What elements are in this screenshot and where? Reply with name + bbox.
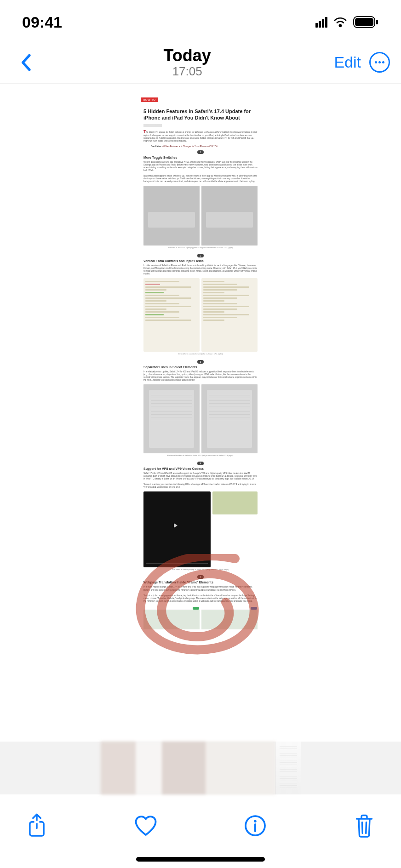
more-button[interactable] [369,52,390,73]
current-screenshot-thumb[interactable] [275,742,301,794]
section-3-p1: In a relatively minor update, Safari 17.… [141,371,260,382]
screenshot-image [143,606,200,629]
section-badge-4: 4 [197,462,204,465]
captured-webpage: HOW TO 5 Hidden Features in Safari's 17.… [141,92,260,769]
svg-rect-4 [34,821,40,823]
section-5-title: Webpage Translation Inside 'iframe' Elem… [141,581,260,584]
share-button[interactable] [22,811,52,840]
section-1-caption: Switches in Safari 17.4 (left) appear as… [141,246,260,251]
video-thumb [212,491,258,567]
section-2-caption: Vertical form controls before (left) vs.… [141,352,260,357]
byline [143,124,258,127]
code-image [143,278,200,352]
section-badge-2: 2 [197,254,204,257]
svg-point-6 [254,820,256,822]
adjacent-screenshot-thumb[interactable] [101,742,275,794]
favorite-button[interactable] [131,811,160,840]
home-indicator[interactable] [136,857,265,862]
status-indicators [315,16,379,28]
section-2-screenshots [141,278,260,352]
screenshot-image [201,606,258,629]
section-4-p1: Safari 17.4 for iOS and iPadOS also adds… [141,472,260,480]
wifi-icon [333,17,348,28]
section-2-title: Vertical Form Controls and Input Fields [141,259,260,263]
section-3-caption: Horizontal dividers in Select in Safari … [141,453,260,459]
nav-bar: Today 17:05 Edit [0,41,401,84]
section-1-screenshots [141,186,260,246]
status-bar: 09:41 [0,8,401,36]
info-button[interactable] [241,811,270,840]
svg-rect-2 [376,20,378,24]
page-title: Today [164,47,211,64]
clock: 09:41 [22,13,62,31]
svg-rect-1 [355,18,373,26]
thumbnail-strip[interactable] [0,742,401,794]
screenshot-viewer[interactable]: HOW TO 5 Hidden Features in Safari's 17.… [0,92,401,769]
screenshot-image [201,186,258,246]
bottom-toolbar [0,798,401,853]
section-2-p1: In older versions of Safari for iPhone a… [141,264,260,275]
page-subtitle: 17:05 [164,65,211,78]
section-5-screenshots [141,606,260,629]
article-title: 5 Hidden Features in Safari's 17.4 Updat… [141,108,260,121]
screenshot-image [143,384,200,453]
dont-miss: Don't Miss: 45 New Features and Changes … [143,145,258,148]
section-4-p2: To see it in action, you can view the fo… [141,483,260,489]
section-4-title: Support for VP8 and VP9 Video Codecs [141,467,260,470]
screenshot-image [143,186,200,246]
section-badge-5: 5 [197,575,204,579]
section-5-p2: To try it out, find a webpage with an if… [141,594,260,603]
edit-button[interactable]: Edit [334,53,361,71]
section-badge-3: 3 [197,360,204,364]
section-3-title: Separator Lines in Select Elements [141,365,260,369]
intro-paragraph: The latest 17.4 update for Safari includ… [141,129,260,143]
back-button[interactable] [11,48,40,77]
section-1-p1: WebKit developers can now add interactiv… [141,161,260,172]
section-1-title: More Toggle Switches [141,156,260,159]
section-5-p1: In a more helpful change, Safari 17.4 fo… [141,586,260,591]
delete-button[interactable] [349,811,379,840]
battery-icon [353,16,379,28]
video-image [143,491,211,567]
section-4-caption: VP8 video in WebM playing in Safari 17.4… [141,567,260,573]
section-3-screenshots [141,384,260,453]
section-1-p2: Now that Safari supports native switches… [141,175,260,183]
section-4-screenshots [141,491,260,567]
category-tag: HOW TO [141,97,158,102]
code-image [201,278,258,352]
section-badge-1: 1 [197,150,204,154]
screenshot-image [201,384,258,453]
cellular-icon [315,17,327,28]
nav-title-block: Today 17:05 [164,47,211,78]
